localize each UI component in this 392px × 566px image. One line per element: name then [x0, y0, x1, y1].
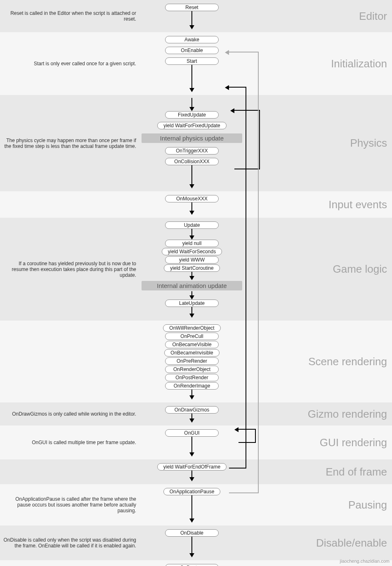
section-physics: The physics cycle may happen more than o… — [0, 95, 392, 191]
section-editor: Reset is called in the Editor when the s… — [0, 0, 392, 32]
node-onenable: OnEnable — [165, 47, 219, 54]
arrow-down-icon — [189, 202, 194, 215]
section-input: OnMouseXXX Input events — [0, 191, 392, 218]
title-endframe: End of frame — [243, 466, 392, 478]
section-pausing: OnApplicationPause is called after the f… — [0, 484, 392, 526]
node-ondestroy: OnDestroy — [165, 564, 219, 566]
note-gamelogic: If a coroutine has yielded previously bu… — [0, 258, 140, 281]
node-onmouse: OnMouseXXX — [165, 195, 219, 202]
note-gizmo: OnDrawGizmos is only called while workin… — [0, 409, 140, 419]
node-start: Start — [165, 57, 219, 65]
node-onwillrenderobject: OnWillRenderObject — [163, 324, 220, 332]
arrow-down-icon — [189, 307, 194, 318]
section-gui: OnGUI is called multiple time per frame … — [0, 426, 392, 459]
title-pausing: Pausing — [243, 499, 392, 511]
node-onprerender: OnPreRender — [165, 357, 219, 365]
section-scene: OnWillRenderObject OnPreCull OnBecameVis… — [0, 321, 392, 402]
title-gui: GUI rendering — [243, 436, 392, 449]
title-editor: Editor — [243, 10, 392, 23]
node-onpostrender: OnPostRender — [165, 374, 219, 381]
arrow-down-icon — [189, 272, 194, 280]
arrow-down-icon — [189, 98, 194, 111]
node-onrenderobject: OnRenderObject — [165, 366, 219, 373]
title-gizmo: Gizmo rendering — [243, 408, 392, 421]
note-disable: OnDisable is called only when the script… — [0, 535, 140, 551]
node-internal-animation: Internal animation update — [142, 281, 242, 290]
section-decomm: OnDestroy OnApplicationQuit Decommission… — [0, 560, 392, 566]
arrow-down-icon — [189, 414, 194, 423]
arrow-down-icon — [189, 537, 194, 557]
node-oncollision: OnCollisionXXX — [165, 158, 219, 165]
title-initialization: Initialization — [243, 57, 392, 70]
section-endframe: yield WaitForEndOfFrame End of frame — [0, 459, 392, 484]
arrow-down-icon — [189, 291, 194, 300]
node-onrenderimage: OnRenderImage — [165, 382, 219, 390]
node-yield-waitforfixedupdate: yield WaitForFixedUpdate — [157, 122, 227, 129]
node-ondisable: OnDisable — [165, 529, 219, 537]
arrow-down-icon — [189, 471, 194, 481]
title-disable: Disable/enable — [243, 537, 392, 549]
arrow-down-icon — [189, 229, 194, 240]
note-initialization: Start is only ever called once for a giv… — [0, 58, 140, 69]
watermark: jiaocheng.chazidian.com — [340, 559, 390, 564]
node-yield-www: yield WWW — [165, 256, 219, 264]
title-input: Input events — [243, 198, 392, 211]
note-editor: Reset is called in the Editor when the s… — [0, 8, 140, 24]
node-ongui: OnGUI — [165, 429, 219, 437]
node-fixedupdate: FixedUpdate — [165, 111, 219, 119]
node-yield-waitforseconds: yield WaitForSeconds — [162, 248, 222, 255]
node-internal-physics: Internal physics update — [142, 133, 242, 143]
arrow-down-icon — [189, 165, 194, 188]
node-onapplicationpause: OnApplicationPause — [163, 488, 221, 495]
node-onbecamevisible: OnBecameVisible — [165, 341, 219, 348]
arrow-down-icon — [189, 390, 194, 400]
node-update: Update — [165, 221, 219, 229]
section-initialization: Start is only ever called once for a giv… — [0, 32, 392, 95]
note-gui: OnGUI is called multiple time per frame … — [0, 437, 140, 448]
node-lateupdate: LateUpdate — [165, 300, 219, 307]
node-yield-startcoroutine: yield StartCoroutine — [164, 264, 220, 272]
title-gamelogic: Game logic — [243, 263, 392, 276]
title-scene: Scene rendering — [243, 355, 392, 368]
note-pausing: OnApplicationPause is called after the f… — [0, 494, 140, 516]
arrow-down-icon — [189, 11, 194, 29]
node-ontrigger: OnTriggerXXX — [165, 147, 219, 155]
node-awake: Awake — [165, 36, 219, 43]
node-onprecull: OnPreCull — [165, 333, 219, 340]
arrow-down-icon — [189, 495, 194, 523]
node-yield-null: yield null — [165, 240, 219, 247]
note-physics: The physics cycle may happen more than o… — [0, 135, 140, 152]
title-physics: Physics — [243, 137, 392, 150]
node-reset: Reset — [165, 4, 219, 11]
arrow-down-icon — [189, 437, 194, 457]
node-onbecameinvisible: OnBecameInvisible — [164, 349, 219, 357]
node-ondrawgizmos: OnDrawGizmos — [165, 406, 219, 414]
section-gizmo: OnDrawGizmos is only called while workin… — [0, 402, 392, 426]
section-gamelogic: If a coroutine has yielded previously bu… — [0, 218, 392, 321]
node-yield-waitforendofframe: yield WaitForEndOfFrame — [157, 463, 227, 471]
arrow-down-icon — [189, 65, 194, 92]
section-disable: OnDisable is called only when the script… — [0, 526, 392, 560]
